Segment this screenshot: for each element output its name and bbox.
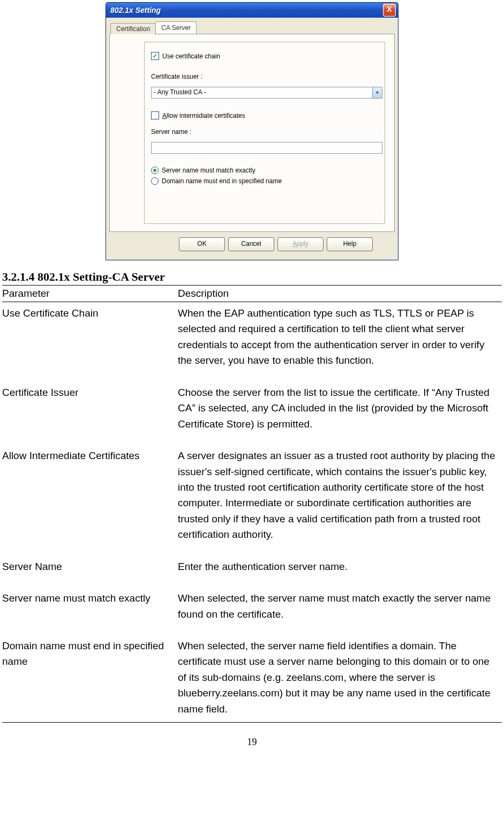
desc-cell: When selected, the server name must matc… <box>178 587 502 635</box>
desc-cell: Choose the server from the list to issue… <box>178 381 502 445</box>
param-cell: Allow Intermediate Certificates <box>2 445 178 556</box>
tab-ca-server[interactable]: CA Server <box>155 21 197 34</box>
table-row: Certificate IssuerChoose the server from… <box>2 381 502 445</box>
use-cert-chain-row: Use certificate chain <box>151 52 378 60</box>
col-header-parameter: Parameter <box>2 286 178 302</box>
close-icon: X <box>387 5 392 13</box>
desc-cell: When selected, the server name field ide… <box>178 635 502 723</box>
tab-panel-ca-server: Use certificate chain Certificate issuer… <box>109 34 395 232</box>
close-button[interactable]: X <box>383 4 396 17</box>
table-row: Use Certificate ChainWhen the EAP authen… <box>2 302 502 381</box>
radio-domain-end-row: Domain name must end in specified name <box>151 177 378 185</box>
radio-match-exactly-row: Server name must match exactly <box>151 167 378 174</box>
table-row: Server name must match exactlyWhen selec… <box>2 587 502 635</box>
dialog-titlebar[interactable]: 802.1x Setting X <box>106 3 398 18</box>
use-cert-chain-checkbox[interactable] <box>151 52 159 60</box>
dialog-title: 802.1x Setting <box>110 6 383 14</box>
apply-button[interactable]: Apply <box>277 237 324 251</box>
section-heading: 3.2.1.4 802.1x Setting-CA Server <box>2 270 504 284</box>
server-name-input[interactable] <box>151 142 382 154</box>
server-name-label: Server name : <box>151 128 378 136</box>
use-cert-chain-label: Use certificate chain <box>162 52 220 60</box>
radio-domain-end[interactable] <box>151 177 159 185</box>
tab-certification[interactable]: Certification <box>110 23 156 34</box>
radio-match-exactly[interactable] <box>151 167 159 174</box>
ok-button[interactable]: OK <box>179 237 225 251</box>
desc-cell: Enter the authentication server name. <box>178 556 502 587</box>
parameter-table: Parameter Description Use Certificate Ch… <box>2 285 502 723</box>
param-cell: Use Certificate Chain <box>2 302 178 381</box>
allow-intermediate-row: Allow intermidiate certificates <box>151 111 378 119</box>
cert-issuer-value: - Any Trusted CA - <box>152 87 372 98</box>
allow-intermediate-label: Allow intermidiate certificates <box>162 112 245 119</box>
tab-strip: Certification CA Server <box>110 21 395 34</box>
table-row: Allow Intermediate CertificatesA server … <box>2 445 502 556</box>
help-button[interactable]: Help <box>327 237 373 251</box>
param-cell: Certificate Issuer <box>2 381 178 445</box>
settings-dialog: 802.1x Setting X Certification CA Server… <box>106 2 398 260</box>
table-row: Server NameEnter the authentication serv… <box>2 556 502 587</box>
cert-issuer-label: Certificate issuer : <box>151 73 378 80</box>
param-cell: Domain name must end in specified name <box>2 635 178 723</box>
cancel-button[interactable]: Cancel <box>228 237 274 251</box>
allow-intermediate-checkbox[interactable] <box>151 111 159 119</box>
radio-match-exactly-label: Server name must match exactly <box>162 167 255 174</box>
chevron-down-icon[interactable]: ▼ <box>372 87 382 98</box>
col-header-description: Description <box>178 286 502 302</box>
dialog-button-row: OK Cancel Apply Help <box>174 232 395 257</box>
desc-cell: A server designates an issuer as a trust… <box>178 445 502 556</box>
page-number: 19 <box>0 737 504 748</box>
radio-domain-end-label: Domain name must end in specified name <box>162 177 282 185</box>
desc-cell: When the EAP authentication type such as… <box>178 302 502 381</box>
cert-issuer-combo[interactable]: - Any Trusted CA - ▼ <box>151 87 382 99</box>
param-cell: Server name must match exactly <box>2 587 178 635</box>
table-row: Domain name must end in specified nameWh… <box>2 635 502 723</box>
param-cell: Server Name <box>2 556 178 587</box>
